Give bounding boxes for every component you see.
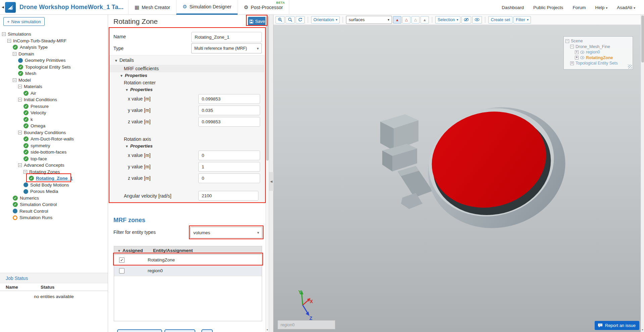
tree-item-domain[interactable]: −Domain xyxy=(0,51,108,57)
expand-icon[interactable]: + xyxy=(570,61,574,65)
collapse-icon[interactable]: − xyxy=(565,39,569,43)
nav-user-menu[interactable]: AsadAli▾ xyxy=(617,5,635,10)
save-button[interactable]: Save xyxy=(248,17,265,26)
tree-item-porous-media[interactable]: Porous Media xyxy=(0,188,108,195)
tree-item-rotating-zones[interactable]: −Rotating Zones xyxy=(0,169,108,175)
filter-button[interactable]: Filter ▾ xyxy=(513,16,531,24)
collapse-icon[interactable]: − xyxy=(18,98,22,101)
scene-tree-item-drone-mesh-fine[interactable]: −Drone_Mesh_Fine xyxy=(564,44,633,50)
tree-item-mesh[interactable]: ✓Mesh xyxy=(0,70,108,77)
rotation-axis-z-input[interactable] xyxy=(198,173,260,183)
panel-splitter[interactable]: ◀ xyxy=(269,15,274,332)
page-scrollbar-thumb[interactable] xyxy=(641,15,644,63)
tree-item-analysis-type[interactable]: ✓Analysis Type xyxy=(0,44,108,51)
scroll-down-arrow-icon[interactable]: ▼ xyxy=(641,328,644,332)
nav-forum[interactable]: Forum xyxy=(573,5,586,10)
collapse-icon[interactable]: − xyxy=(18,85,22,88)
details-header[interactable]: ▼Details xyxy=(110,55,264,65)
tree-item-advanced-concepts[interactable]: −Advanced Concepts xyxy=(0,162,108,169)
tree-item-pressure[interactable]: ✓Pressure xyxy=(0,103,108,110)
drone-body[interactable] xyxy=(380,114,433,209)
cut-off-button[interactable] xyxy=(117,329,162,332)
collapse-icon[interactable]: − xyxy=(13,52,16,56)
expand-icon[interactable]: + xyxy=(575,50,579,54)
name-input[interactable] xyxy=(191,32,262,42)
rotating-zone-cylinder[interactable] xyxy=(415,93,578,242)
back-chevron-icon[interactable]: ◄ xyxy=(1,5,5,9)
rotation-center-x-input[interactable] xyxy=(198,94,260,104)
tree-item-model[interactable]: −Model xyxy=(0,77,108,84)
rotation-center-y-input[interactable] xyxy=(198,106,260,115)
tree-item-side-bottom-faces[interactable]: ✓side-bottom-faces xyxy=(0,149,108,156)
tab-mesh-creator[interactable]: ▦ Mesh Creator xyxy=(128,0,176,15)
zoom-in-button[interactable] xyxy=(276,16,285,24)
tree-item-simulation-runs[interactable]: Simulation Runs xyxy=(0,214,108,221)
tree-item-velocity[interactable]: ✓Velocity xyxy=(0,110,108,116)
scene-tree-item-topological-entity-sets[interactable]: +Topological Entity Sets xyxy=(564,60,633,66)
hide-selected-button[interactable] xyxy=(461,16,471,24)
pick-edge-mode-button[interactable]: △ xyxy=(411,16,419,24)
tree-item-initial-conditions[interactable]: −Initial Conditions xyxy=(0,96,108,103)
cut-off-button[interactable] xyxy=(201,329,213,332)
properties-header[interactable]: ▼Properties xyxy=(110,143,264,150)
tree-item-simulation-control[interactable]: ✓Simulation Control xyxy=(0,201,108,208)
panel-scrollbar-thumb[interactable] xyxy=(266,16,269,161)
pick-outline-mode-button[interactable]: △ xyxy=(402,16,410,24)
nav-public-projects[interactable]: Public Projects xyxy=(533,5,563,10)
mrf-zone-row-rotatingzone[interactable]: ✓RotatingZone xyxy=(114,255,262,265)
type-select[interactable]: Multi reference frame (MRF) ▾ xyxy=(191,43,262,53)
properties-header[interactable]: ▼Properties xyxy=(110,72,264,79)
scroll-down-arrow-icon[interactable]: ▼ xyxy=(266,328,269,332)
pick-vertex-mode-button[interactable]: ▲ xyxy=(420,16,429,24)
show-all-button[interactable] xyxy=(472,16,482,24)
tree-item-incomp-turb-steady-mrf[interactable]: −InComp-Turb-Steady-MRF xyxy=(0,38,108,44)
collapse-icon[interactable]: − xyxy=(570,45,574,48)
assigned-checkbox-checked[interactable]: ✓ xyxy=(119,257,125,263)
pick-face-mode-button[interactable]: ▲ xyxy=(393,16,401,24)
selection-button[interactable]: Selection ▾ xyxy=(435,16,460,24)
nav-help-menu[interactable]: Help▾ xyxy=(595,5,607,10)
tree-item-simulations[interactable]: −Simulations xyxy=(0,31,108,38)
assigned-checkbox[interactable] xyxy=(119,268,125,274)
tree-item-topological-entity-sets[interactable]: ✓Topological Entity Sets xyxy=(0,64,108,71)
rotation-center-z-input[interactable] xyxy=(198,117,260,127)
properties-header[interactable]: ▼Properties xyxy=(110,86,264,93)
scene-tree-item-scene[interactable]: −Scene xyxy=(564,38,633,44)
orientation-button[interactable]: Orientation ▾ xyxy=(311,16,340,24)
assigned-column-header[interactable]: ▼Assigned xyxy=(114,248,153,253)
collapse-icon[interactable]: − xyxy=(7,39,11,43)
simscale-logo[interactable] xyxy=(5,2,16,13)
collapse-icon[interactable]: − xyxy=(13,78,16,82)
rotation-axis-x-input[interactable] xyxy=(198,151,260,160)
page-scrollbar[interactable]: ▼ xyxy=(641,15,644,332)
tree-item-geometry-primitives[interactable]: Geometry Primitives xyxy=(0,57,108,64)
scene-tree-item-region0[interactable]: +region0 xyxy=(564,49,633,55)
tree-item-numerics[interactable]: ✓Numerics xyxy=(0,195,108,202)
tree-item-symmetry[interactable]: ✓symmetry xyxy=(0,142,108,149)
tree-item-air[interactable]: ✓Air xyxy=(0,90,108,97)
tree-item-top-face[interactable]: ✓top-face xyxy=(0,156,108,162)
scene-tree-item-rotatingzone[interactable]: +RotatingZone xyxy=(564,55,633,61)
create-set-button[interactable]: Create set xyxy=(488,16,512,24)
cut-off-button[interactable] xyxy=(164,329,195,332)
report-issue-button[interactable]: Report an issue xyxy=(595,321,639,330)
nav-dashboard[interactable]: Dashboard xyxy=(502,5,524,10)
collapse-icon[interactable]: − xyxy=(2,32,6,36)
new-simulation-button[interactable]: + New simulation xyxy=(3,17,45,26)
resize-handle[interactable] xyxy=(628,65,632,69)
tab-post-processor[interactable]: BETA ⚙ Post-Processor xyxy=(238,0,289,15)
render-mode-select[interactable]: surfaces ▾ xyxy=(346,16,392,24)
tab-simulation-designer[interactable]: ⚙ Simulation Designer xyxy=(176,0,238,15)
tree-item-rotating-zone-1[interactable]: ✓Rotating_Zone_1 xyxy=(0,175,108,182)
reset-view-button[interactable] xyxy=(296,16,305,24)
expand-icon[interactable]: + xyxy=(575,56,579,59)
visibility-eye-icon[interactable] xyxy=(580,56,584,59)
tree-item-k[interactable]: ✓k xyxy=(0,116,108,123)
panel-scrollbar[interactable]: ▼ xyxy=(265,15,269,332)
tree-item-materials[interactable]: −Materials xyxy=(0,83,108,90)
tree-item-boundary-conditions[interactable]: −Boundary Conditions xyxy=(0,129,108,136)
zoom-fit-button[interactable] xyxy=(286,16,295,24)
viewport-3d[interactable]: Orientation ▾ surfaces ▾ ▲ △ △ ▲ Selecti… xyxy=(274,15,641,332)
splitter-collapse-handle[interactable]: ◀ xyxy=(269,172,274,191)
visibility-eye-icon[interactable] xyxy=(580,51,584,54)
